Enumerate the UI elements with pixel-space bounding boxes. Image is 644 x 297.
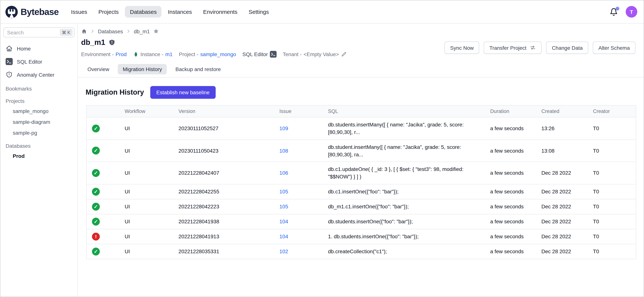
issue-link[interactable]: 104 <box>280 234 288 240</box>
brand[interactable]: Bytebase <box>5 6 59 18</box>
sidebar-item-anomaly-center[interactable]: Anomaly Center <box>3 68 74 81</box>
created-cell: Dec 28 2022 <box>537 229 588 244</box>
tenant-value: <Empty Value> <box>304 51 339 57</box>
chevron-right-icon <box>90 29 95 34</box>
sidebar-item-sample-mongo[interactable]: sample_mongo <box>3 106 74 117</box>
version-cell: 20221228041913 <box>174 229 275 244</box>
issue-link[interactable]: 106 <box>280 170 288 176</box>
workflow-cell: UI <box>120 199 174 214</box>
table-row: ✓ UI 20230111052527 109 db.students.inse… <box>86 117 636 140</box>
creator-cell: T0 <box>588 214 636 229</box>
page-header: db_m1 Environment - Prod <box>81 38 636 58</box>
column-header-duration: Duration <box>486 105 537 117</box>
breadcrumb-item-db-m1[interactable]: db_m1 <box>134 28 150 34</box>
change-data-button[interactable]: Change Data <box>546 42 588 54</box>
created-cell: Dec 28 2022 <box>537 244 588 259</box>
home-icon <box>6 45 13 52</box>
tab-overview[interactable]: Overview <box>82 64 114 74</box>
breadcrumb-home-icon[interactable] <box>81 28 87 34</box>
sql-cell: db_m1.c1.insertOne({"foo": "bar"}); <box>324 199 486 214</box>
sql-cell: db.createCollection("c1"); <box>324 244 486 259</box>
sidebar-item-sample-diagram[interactable]: sample-diagram <box>3 117 74 128</box>
duration-cell: a few seconds <box>486 229 537 244</box>
status-error-icon: ! <box>92 233 100 240</box>
status-success-icon: ✓ <box>92 203 100 211</box>
sql-cell: db.students.insertMany([ { name: "Jacika… <box>324 117 486 140</box>
establish-new-baseline-button[interactable]: Establish new baseline <box>150 86 216 99</box>
status-success-icon: ✓ <box>92 169 100 177</box>
table-row: ✓ UI 20230111050423 108 db.student.inser… <box>86 140 636 162</box>
project-link[interactable]: sample_mongo <box>200 51 236 57</box>
column-header-version: Version <box>174 105 275 117</box>
version-cell: 20221228035331 <box>174 244 275 259</box>
sql-editor-link[interactable]: SQL Editor <box>242 51 276 58</box>
tab-migration-history[interactable]: Migration History <box>118 64 167 74</box>
migration-history-panel: Migration History Establish new baseline… <box>81 77 636 259</box>
creator-cell: T0 <box>588 162 636 184</box>
search-input[interactable] <box>7 29 60 35</box>
instance-meta: Instance - m1 <box>133 51 172 58</box>
creator-cell: T0 <box>588 184 636 199</box>
table-row: ✓ UI 20221228041938 104 db.students.inse… <box>86 214 636 229</box>
mongodb-leaf-icon <box>133 51 138 58</box>
column-header-sql: SQL <box>324 105 486 117</box>
sql-cell: db.c1.insertOne({"foo": "bar"}); <box>324 184 486 199</box>
bookmark-star-icon[interactable] <box>153 28 159 35</box>
creator-cell: T0 <box>588 140 636 162</box>
creator-cell: T0 <box>588 244 636 259</box>
search-shortcut-badge: ⌘ K <box>60 29 72 36</box>
sidebar-section-bookmarks: Bookmarks <box>3 81 74 94</box>
status-success-icon: ✓ <box>92 147 100 155</box>
sidebar-section-databases: Databases <box>3 138 74 151</box>
topnav-item-projects[interactable]: Projects <box>94 6 124 18</box>
issue-link[interactable]: 109 <box>280 126 288 131</box>
issue-link[interactable]: 108 <box>280 148 288 154</box>
sidebar: ⌘ K Home SQL Editor <box>0 24 78 297</box>
transfer-project-button[interactable]: Transfer Project <box>484 42 542 54</box>
notification-dot <box>616 7 619 10</box>
sidebar-item-home[interactable]: Home <box>3 42 74 55</box>
shield-alert-icon <box>6 71 13 78</box>
avatar[interactable]: T <box>626 6 637 18</box>
topnav-item-settings[interactable]: Settings <box>244 6 274 18</box>
bytebase-logo-icon <box>5 6 18 18</box>
notification-bell-icon[interactable] <box>610 8 618 16</box>
sidebar-item-label: Home <box>17 46 31 52</box>
sidebar-item-sql-editor[interactable]: SQL Editor <box>3 55 74 68</box>
instance-link[interactable]: m1 <box>165 51 172 57</box>
alter-schema-button[interactable]: Alter Schema <box>593 42 636 54</box>
breadcrumb-item-databases[interactable]: Databases <box>98 28 123 34</box>
topnav-item-issues[interactable]: Issues <box>66 6 92 18</box>
column-header-created: Created <box>537 105 588 117</box>
app-window: Bytebase IssuesProjectsDatabasesInstance… <box>0 0 644 297</box>
column-header-creator: Creator <box>588 105 636 117</box>
status-success-icon: ✓ <box>92 125 100 132</box>
sql-cell: 1. db.students.insertOne({"foo": "bar"})… <box>324 229 486 244</box>
sidebar-item-prod[interactable]: Prod <box>3 151 74 162</box>
column-header-workflow: Workflow <box>120 105 174 117</box>
topnav-item-databases[interactable]: Databases <box>125 6 162 18</box>
duration-cell: a few seconds <box>486 184 537 199</box>
issue-link[interactable]: 105 <box>280 189 288 195</box>
tab-backup-and-restore[interactable]: Backup and restore <box>170 64 226 74</box>
version-cell: 20221228042407 <box>174 162 275 184</box>
duration-cell: a few seconds <box>486 199 537 214</box>
duration-cell: a few seconds <box>486 244 537 259</box>
workflow-cell: UI <box>120 117 174 140</box>
pencil-icon[interactable] <box>341 51 347 57</box>
environment-link[interactable]: Prod <box>116 51 126 57</box>
duration-cell: a few seconds <box>486 140 537 162</box>
sync-now-button[interactable]: Sync Now <box>444 42 479 54</box>
topbar-right: T <box>610 6 637 18</box>
issue-link[interactable]: 105 <box>280 204 288 210</box>
creator-cell: T0 <box>588 229 636 244</box>
table-row: ✓ UI 20221228042407 106 db.c1.updateOne(… <box>86 162 636 184</box>
duration-cell: a few seconds <box>486 117 537 140</box>
sidebar-item-sample-pg[interactable]: sample-pg <box>3 128 74 138</box>
project-meta: Project - sample_mongo <box>179 51 236 57</box>
issue-link[interactable]: 104 <box>280 219 288 225</box>
topnav-item-instances[interactable]: Instances <box>163 6 196 18</box>
workflow-cell: UI <box>120 140 174 162</box>
issue-link[interactable]: 102 <box>280 248 288 254</box>
topnav-item-environments[interactable]: Environments <box>198 6 242 18</box>
